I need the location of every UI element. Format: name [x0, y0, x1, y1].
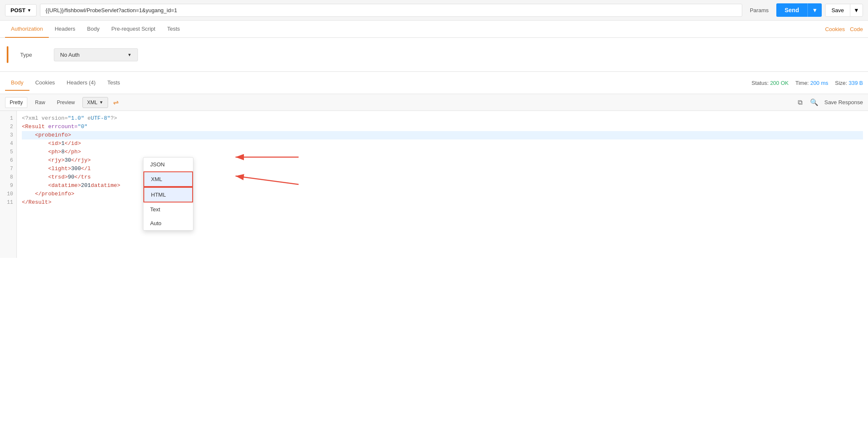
resp-tab-cookies[interactable]: Cookies: [29, 75, 61, 91]
send-button-group: Send ▼: [776, 3, 822, 17]
tab-tests[interactable]: Tests: [161, 21, 185, 38]
save-response-button[interactable]: Save Response: [824, 99, 863, 105]
url-bar: POST ▼ Params Send ▼ Save ▼: [0, 0, 868, 21]
save-dropdown-button[interactable]: ▼: [850, 4, 863, 16]
cookies-link[interactable]: Cookies: [825, 26, 845, 32]
size-value: 339 B: [849, 80, 863, 86]
resp-tab-body[interactable]: Body: [5, 75, 29, 91]
tab-headers[interactable]: Headers: [49, 21, 81, 38]
auth-left-bar: [7, 46, 8, 63]
code-section: 1 2 3 4 5 6 7 8 9 10 11 <?xml version="1…: [0, 111, 868, 258]
line-numbers: 1 2 3 4 5 6 7 8 9 10 11: [0, 111, 17, 258]
method-label: POST: [11, 7, 25, 13]
method-chevron-icon: ▼: [27, 8, 31, 13]
dropdown-item-json[interactable]: JSON: [143, 158, 193, 171]
copy-button[interactable]: ⧉: [796, 97, 804, 108]
dropdown-item-xml[interactable]: XML: [143, 171, 193, 187]
language-label: XML: [87, 100, 98, 105]
resp-tab-tests[interactable]: Tests: [101, 75, 126, 91]
code-link[interactable]: Code: [850, 26, 863, 32]
size-label: Size: 339 B: [835, 80, 863, 86]
save-button[interactable]: Save: [826, 4, 850, 16]
request-tabs: Authorization Headers Body Pre-request S…: [0, 21, 868, 38]
method-button[interactable]: POST ▼: [5, 4, 37, 16]
time-label: Time: 200 ms: [795, 80, 828, 86]
params-button[interactable]: Params: [746, 5, 773, 16]
status-value: 200 OK: [770, 80, 789, 86]
url-input[interactable]: [40, 4, 742, 17]
resp-tab-headers[interactable]: Headers (4): [61, 75, 102, 91]
code-area: 1 2 3 4 5 6 7 8 9 10 11 <?xml version="1…: [0, 111, 868, 258]
response-tabs-bar: Body Cookies Headers (4) Tests Status: 2…: [0, 72, 868, 94]
dropdown-item-text[interactable]: Text: [143, 202, 193, 216]
right-links: Cookies Code: [825, 26, 863, 32]
dropdown-item-auto[interactable]: Auto: [143, 216, 193, 230]
send-dropdown-button[interactable]: ▼: [807, 3, 822, 17]
dropdown-item-html[interactable]: HTML: [143, 187, 193, 202]
status-label: Status: 200 OK: [752, 80, 789, 86]
format-pretty-button[interactable]: Pretty: [5, 97, 27, 108]
language-chevron-icon: ▼: [99, 100, 103, 105]
auth-select-chevron-icon: ▼: [127, 53, 132, 57]
language-select-button[interactable]: XML ▼: [82, 97, 108, 108]
code-line-4: <id>1</id>: [22, 139, 863, 148]
code-toolbar: Pretty Raw Preview XML ▼ ⇌ ⧉ 🔍 Save Resp…: [0, 94, 868, 111]
wrap-icon[interactable]: ⇌: [111, 98, 120, 106]
auth-type-label: Type: [20, 52, 45, 58]
format-raw-button[interactable]: Raw: [31, 97, 49, 108]
tab-pre-request-script[interactable]: Pre-request Script: [106, 21, 161, 38]
send-button[interactable]: Send: [776, 3, 807, 17]
auth-section: Type No Auth ▼: [0, 38, 868, 72]
search-button[interactable]: 🔍: [808, 97, 820, 108]
save-button-group: Save ▼: [825, 4, 863, 17]
tab-authorization[interactable]: Authorization: [5, 21, 49, 38]
language-dropdown: JSON XML HTML Text Auto: [143, 157, 193, 231]
auth-type-select[interactable]: No Auth ▼: [54, 48, 138, 61]
tab-body[interactable]: Body: [81, 21, 106, 38]
code-line-3: <probeinfo>: [22, 131, 863, 139]
format-preview-button[interactable]: Preview: [53, 97, 79, 108]
code-line-1: <?xml version="1.0" eUTF-8"?>: [22, 114, 863, 123]
toolbar-right: ⧉ 🔍 Save Response: [796, 97, 863, 108]
code-line-5: <ph>8</ph>: [22, 148, 863, 156]
auth-type-value: No Auth: [60, 52, 79, 58]
code-line-2: <Result errcount="0": [22, 123, 863, 131]
response-meta: Status: 200 OK Time: 200 ms Size: 339 B: [752, 80, 863, 86]
time-value: 200 ms: [810, 80, 828, 86]
